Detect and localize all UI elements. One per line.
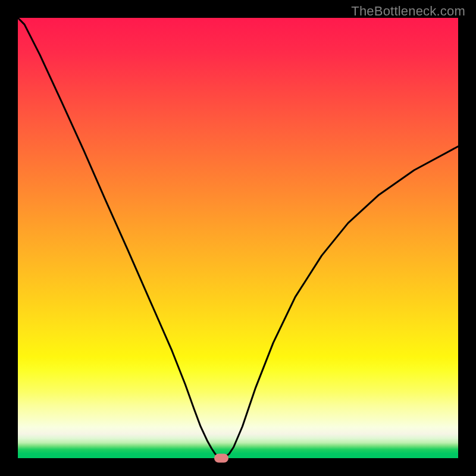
optimum-marker xyxy=(214,454,228,463)
watermark-text: TheBottleneck.com xyxy=(351,4,465,19)
curve-svg xyxy=(18,18,458,458)
plot-area xyxy=(18,18,458,458)
chart-container: TheBottleneck.com xyxy=(0,0,476,476)
bottleneck-curve xyxy=(18,18,458,458)
